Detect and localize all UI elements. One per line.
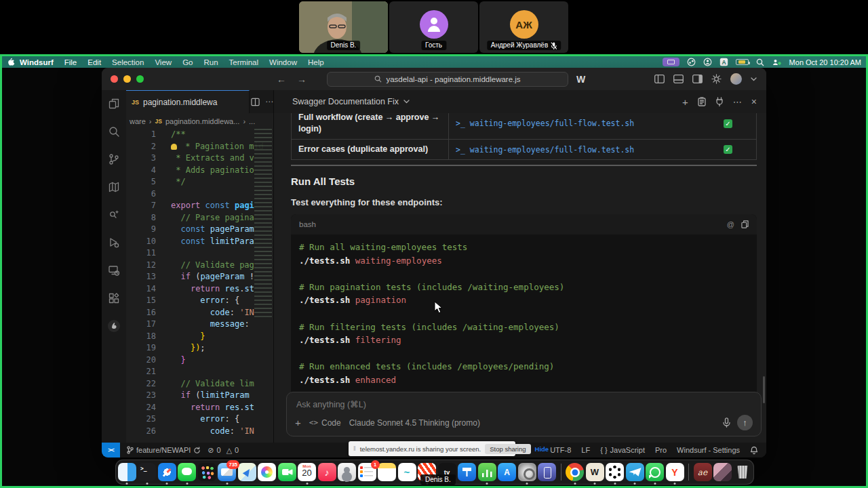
chrome-dock-icon[interactable]: [566, 463, 584, 481]
minimize-window-button[interactable]: [123, 75, 131, 83]
more-actions-icon[interactable]: ⋯: [265, 97, 273, 106]
trash-dock-icon[interactable]: [734, 463, 752, 481]
music-dock-icon[interactable]: ♪: [318, 463, 336, 481]
contacts-dock-icon[interactable]: [338, 463, 356, 481]
participant-tile-andrey[interactable]: АЖ Андрей Журавлёв: [479, 1, 568, 53]
problems-item[interactable]: ⊘0 △0: [208, 446, 239, 455]
freeform-dock-icon[interactable]: ~: [398, 463, 416, 481]
maps-dock-icon[interactable]: [238, 463, 256, 481]
toggle-panel-icon[interactable]: [673, 75, 684, 83]
menubar-clock[interactable]: Mon Oct 20 10:20 AM: [789, 58, 861, 66]
mic-icon[interactable]: [723, 418, 730, 428]
telemost-status-icon[interactable]: [687, 58, 696, 66]
close-panel-icon[interactable]: ×: [751, 96, 757, 107]
telegram-dock-icon[interactable]: [626, 463, 644, 481]
breadcrumb-folder[interactable]: ware: [130, 117, 146, 125]
mode-selector[interactable]: <> Code: [309, 418, 341, 428]
screen-sharing-indicator-icon[interactable]: [663, 58, 679, 66]
toggle-secondary-sidebar-icon[interactable]: [692, 75, 703, 83]
menu-selection[interactable]: Selection: [112, 58, 144, 66]
search-icon[interactable]: [107, 125, 121, 138]
participant-tile-guest[interactable]: Гость: [389, 1, 478, 53]
lightbulb-icon[interactable]: [171, 144, 177, 150]
history-icon[interactable]: [698, 97, 706, 106]
messages-dock-icon[interactable]: [178, 463, 196, 481]
user-account-status-icon[interactable]: [703, 58, 712, 66]
notes-dock-icon[interactable]: [378, 463, 396, 481]
cascade-rabbit-icon[interactable]: [107, 319, 121, 333]
photo-file-dock-icon[interactable]: [713, 463, 732, 481]
menu-help[interactable]: Help: [308, 58, 324, 66]
chat-input-placeholder[interactable]: Ask anything (⌘L): [296, 399, 366, 409]
yandex-browser-dock-icon[interactable]: Y: [666, 463, 684, 481]
plugin-icon[interactable]: [715, 97, 724, 106]
hide-notification-link[interactable]: Hide: [535, 445, 549, 453]
encoding-item[interactable]: UTF-8: [550, 446, 571, 454]
numbers-dock-icon[interactable]: [478, 463, 496, 481]
calendar-dock-icon[interactable]: Mon20: [298, 463, 316, 481]
breadcrumb-symbol[interactable]: ...: [249, 117, 255, 125]
eol-item[interactable]: LF: [581, 446, 590, 454]
chatgpt-dock-icon[interactable]: [606, 463, 624, 481]
close-window-button[interactable]: [111, 75, 118, 83]
remote-indicator[interactable]: ><: [102, 443, 120, 458]
chevron-down-icon[interactable]: [751, 77, 757, 81]
dictionary-ae-dock-icon[interactable]: ae: [694, 463, 712, 481]
spotlight-search-icon[interactable]: [756, 58, 764, 66]
drag-handle-icon[interactable]: ‖: [353, 445, 356, 452]
reminders-dock-icon[interactable]: 1: [358, 463, 376, 481]
photos-dock-icon[interactable]: [258, 463, 276, 481]
safari-dock-icon[interactable]: [158, 463, 176, 481]
split-editor-icon[interactable]: [251, 98, 260, 106]
new-conversation-icon[interactable]: +: [682, 96, 688, 108]
system-settings-dock-icon[interactable]: [518, 463, 536, 481]
settings-gear-icon[interactable]: [711, 74, 722, 84]
whatsapp-dock-icon[interactable]: [646, 463, 664, 481]
windsurf-settings-item[interactable]: Windsurf - Settings: [677, 446, 740, 454]
stop-sharing-button[interactable]: Stop sharing: [485, 444, 530, 454]
user-avatar[interactable]: [730, 73, 742, 85]
menu-windsurf[interactable]: Windsurf: [20, 58, 54, 66]
source-control-icon[interactable]: [107, 152, 121, 166]
menu-edit[interactable]: Edit: [87, 58, 101, 66]
copy-icon[interactable]: [741, 220, 749, 228]
menu-window[interactable]: Window: [269, 58, 297, 66]
input-source-icon[interactable]: A: [719, 58, 728, 66]
menu-file[interactable]: File: [64, 58, 77, 66]
chat-input-box[interactable]: Ask anything (⌘L) + <> Code Claude Sonne…: [286, 392, 762, 436]
send-button[interactable]: ↑: [737, 415, 753, 430]
keynote-dock-icon[interactable]: [458, 463, 476, 481]
breadcrumb-file[interactable]: pagination.middlewa...: [165, 117, 239, 125]
nav-back-button[interactable]: ←: [277, 74, 286, 85]
iphone-mirroring-dock-icon[interactable]: [538, 463, 556, 481]
map-explorer-icon[interactable]: [107, 180, 121, 194]
menu-go[interactable]: Go: [182, 58, 193, 66]
facetime-dock-icon[interactable]: [278, 463, 296, 481]
command-center-search[interactable]: yasdelal-api - pagination.middleware.js: [327, 72, 568, 87]
menu-view[interactable]: View: [155, 58, 172, 66]
control-center-icon[interactable]: [772, 58, 782, 66]
code-editor[interactable]: 1/**2 * Pagination mid3 * Extracts and v…: [126, 129, 273, 443]
nav-forward-button[interactable]: →: [297, 74, 307, 85]
model-selector[interactable]: Claude Sonnet 4.5 Thinking (promo): [349, 418, 480, 428]
cascade-conversation-title[interactable]: Swagger Documentation Fix: [292, 97, 399, 106]
mention-icon[interactable]: @: [727, 220, 734, 228]
chevron-down-icon[interactable]: [403, 100, 410, 104]
battery-icon[interactable]: [736, 59, 749, 65]
zoom-window-button[interactable]: [136, 75, 144, 83]
add-context-button[interactable]: +: [295, 417, 301, 428]
participant-video-denis[interactable]: Denis B.: [299, 1, 388, 53]
more-options-icon[interactable]: ⋯: [733, 97, 742, 107]
finder-dock-icon[interactable]: [118, 463, 136, 481]
remote-explorer-icon[interactable]: [107, 264, 121, 277]
terminal-dock-icon[interactable]: >_: [138, 463, 156, 481]
explorer-icon[interactable]: [107, 97, 121, 110]
bell-icon[interactable]: [750, 446, 758, 455]
plan-item[interactable]: Pro: [655, 446, 667, 454]
language-item[interactable]: { } JavaScript: [600, 446, 645, 454]
launchpad-dock-icon[interactable]: [198, 463, 216, 481]
ai-search-icon[interactable]: [107, 208, 121, 222]
menu-run[interactable]: Run: [203, 58, 218, 66]
mail-dock-icon[interactable]: 735: [218, 463, 236, 481]
git-branch-item[interactable]: feature/NEWAPI: [127, 446, 201, 454]
